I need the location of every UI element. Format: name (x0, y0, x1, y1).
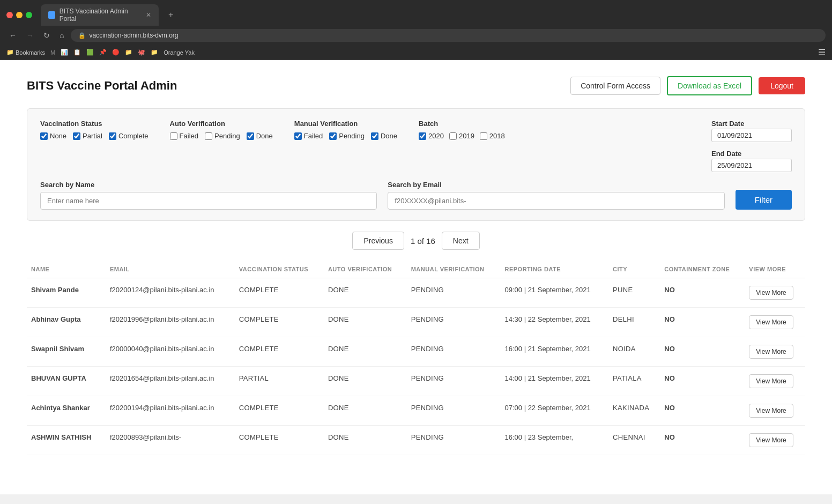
cell-auto-0: DONE (324, 278, 407, 308)
next-button[interactable]: Next (442, 232, 480, 250)
batch-2019-label: 2019 (459, 132, 474, 140)
batch-2018-label: 2018 (489, 132, 505, 140)
vaccination-none-input[interactable] (40, 132, 48, 140)
manual-done-label: Done (381, 132, 397, 140)
tab-favicon (48, 11, 55, 19)
bookmarks-label[interactable]: 📁 Bookmarks (6, 49, 45, 56)
cell-auto-5: DONE (324, 426, 407, 455)
view-more-button-5[interactable]: View More (749, 433, 793, 447)
manual-pending-input[interactable] (329, 132, 337, 140)
cell-view-more-1[interactable]: View More (745, 308, 805, 337)
download-excel-button[interactable]: Download as Excel (667, 76, 752, 95)
bookmark-icon6: 🔴 (112, 49, 120, 56)
browser-tab[interactable]: BITS Vaccination Admin Portal ✕ (41, 4, 159, 26)
batch-2019-checkbox[interactable]: 2019 (449, 132, 474, 140)
page-header: BITS Vaccine Portal Admin Control Form A… (27, 76, 805, 95)
cell-city-4: Kakinada (608, 396, 660, 426)
minimize-dot[interactable] (16, 12, 23, 18)
auto-done-label: Done (256, 132, 273, 140)
bookmark-icon3: 📋 (73, 49, 81, 56)
cell-view-more-4[interactable]: View More (745, 396, 805, 426)
table-header-row: NAME EMAIL VACCINATION STATUS AUTO VERIF… (27, 261, 805, 278)
view-more-button-3[interactable]: View More (749, 374, 793, 388)
manual-failed-input[interactable] (294, 132, 302, 140)
vaccination-partial-checkbox[interactable]: Partial (73, 132, 102, 140)
cell-manual-3: PENDING (407, 367, 501, 396)
start-date-label: Start Date (711, 120, 792, 128)
vaccination-none-checkbox[interactable]: None (40, 132, 66, 140)
tab-title: BITS Vaccination Admin Portal (60, 8, 139, 23)
view-more-button-4[interactable]: View More (749, 404, 793, 418)
cell-vaccination-4: COMPLETE (235, 396, 324, 426)
cell-name-4: Achintya Shankar (27, 396, 106, 426)
lock-icon: 🔒 (78, 32, 86, 39)
auto-failed-checkbox[interactable]: Failed (170, 132, 198, 140)
cell-view-more-0[interactable]: View More (745, 278, 805, 308)
close-dot[interactable] (6, 12, 13, 18)
end-date-label: End Date (711, 150, 792, 158)
tab-close-icon[interactable]: ✕ (146, 11, 151, 19)
date-filters: Start Date End Date (711, 120, 792, 172)
cell-containment-5: NO (660, 426, 745, 455)
new-tab-button[interactable]: + (163, 7, 179, 23)
vaccination-complete-checkbox[interactable]: Complete (109, 132, 148, 140)
search-email-input[interactable] (388, 192, 724, 210)
manual-verification-filter: Manual Verification Failed Pending Done (294, 120, 397, 140)
view-more-button-2[interactable]: View More (749, 345, 793, 359)
batch-2018-checkbox[interactable]: 2018 (480, 132, 505, 140)
forward-button[interactable]: → (24, 30, 36, 41)
batch-2020-label: 2020 (428, 132, 444, 140)
home-button[interactable]: ⌂ (57, 30, 66, 41)
auto-done-input[interactable] (247, 132, 254, 140)
cell-containment-3: NO (660, 367, 745, 396)
cell-date-2: 16:00 | 21 September, 2021 (501, 337, 609, 367)
cell-view-more-3[interactable]: View More (745, 367, 805, 396)
cell-name-0: Shivam Pande (27, 278, 106, 308)
manual-failed-checkbox[interactable]: Failed (294, 132, 323, 140)
auto-verification-filter: Auto Verification Failed Pending Done (170, 120, 273, 140)
end-date-input[interactable] (711, 159, 792, 172)
logout-button[interactable]: Logout (759, 77, 805, 94)
bookmark-icon5: 📌 (99, 49, 107, 56)
batch-2020-input[interactable] (419, 132, 426, 140)
col-containment-zone: CONTAINMENT ZONE (660, 261, 745, 278)
cell-vaccination-3: PARTIAL (235, 367, 324, 396)
previous-button[interactable]: Previous (352, 232, 404, 250)
auto-failed-input[interactable] (170, 132, 177, 140)
manual-verification-label: Manual Verification (294, 120, 397, 128)
batch-2019-input[interactable] (449, 132, 457, 140)
batch-2018-input[interactable] (480, 132, 487, 140)
table-row: BHUVAN GUPTA f20201654@pilani.bits-pilan… (27, 367, 805, 396)
address-bar[interactable]: 🔒 vaccination-admin.bits-dvm.org (71, 29, 826, 42)
reload-button[interactable]: ↻ (41, 30, 53, 41)
browser-menu-icon[interactable]: ☰ (818, 47, 826, 57)
view-more-button-0[interactable]: View More (749, 286, 793, 300)
page-info: 1 of 16 (411, 236, 435, 246)
vaccination-status-filter: Vaccination Status None Partial Complete (40, 120, 148, 140)
vaccination-complete-input[interactable] (109, 132, 116, 140)
cell-name-3: BHUVAN GUPTA (27, 367, 106, 396)
manual-pending-checkbox[interactable]: Pending (329, 132, 365, 140)
batch-2020-checkbox[interactable]: 2020 (419, 132, 444, 140)
control-form-access-button[interactable]: Control Form Access (570, 77, 660, 95)
cell-view-more-2[interactable]: View More (745, 337, 805, 367)
cell-auto-1: DONE (324, 308, 407, 337)
start-date-input[interactable] (711, 129, 792, 142)
vaccination-partial-input[interactable] (73, 132, 80, 140)
orange-yak-bookmark[interactable]: Orange Yak (164, 49, 195, 56)
auto-pending-input[interactable] (205, 132, 212, 140)
search-name-input[interactable] (40, 192, 377, 210)
cell-date-1: 14:30 | 22 September, 2021 (501, 308, 609, 337)
auto-done-checkbox[interactable]: Done (247, 132, 273, 140)
manual-done-input[interactable] (371, 132, 378, 140)
pagination: Previous 1 of 16 Next (27, 232, 805, 250)
cell-view-more-5[interactable]: View More (745, 426, 805, 455)
filter-button[interactable]: Filter (736, 190, 792, 210)
maximize-dot[interactable] (26, 12, 32, 18)
back-button[interactable]: ← (6, 30, 19, 41)
view-more-button-1[interactable]: View More (749, 315, 793, 329)
manual-done-checkbox[interactable]: Done (371, 132, 397, 140)
cell-email-0: f20200124@pilani.bits-pilani.ac.in (106, 278, 235, 308)
search-name-label: Search by Name (40, 181, 377, 189)
auto-pending-checkbox[interactable]: Pending (205, 132, 240, 140)
